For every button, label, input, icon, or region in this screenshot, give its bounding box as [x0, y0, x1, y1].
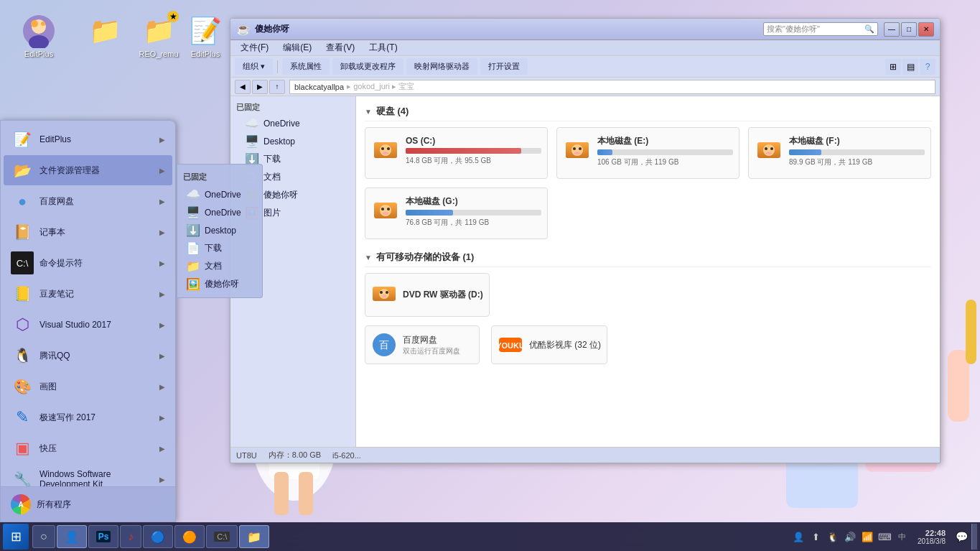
desktop: EditPlus 📁 📁 ★ REO_remu 📝 EditPlus 📝 Edi… — [0, 0, 980, 551]
start-menu-item-file-explorer[interactable]: 📂 文件资源管理器 ▶ — [4, 155, 172, 185]
start-menu-item-qq[interactable]: 🐧 腾讯QQ ▶ — [4, 341, 172, 371]
menu-view[interactable]: 查看(V) — [320, 40, 360, 55]
taskbar-task-music[interactable]: ♪ — [120, 525, 141, 548]
toolbar-props[interactable]: 系统属性 — [282, 58, 330, 75]
drive-g-name: 本地磁盘 (G:) — [406, 195, 541, 208]
start-menu-item-editplus-label: EditPlus — [39, 134, 159, 144]
start-menu-item-doumai[interactable]: 📒 豆麦笔记 ▶ — [4, 279, 172, 309]
tray-person-icon[interactable]: 👤 — [791, 529, 806, 544]
start-menu-item-vs[interactable]: ⬡ Visual Studio 2017 ▶ — [4, 310, 172, 340]
desktop-icon-folder1[interactable]: 📁 — [79, 11, 131, 52]
drive-c-name: OS (C:) — [406, 136, 541, 146]
start-menu-item-file-explorer-label: 文件资源管理器 — [39, 165, 159, 177]
taskbar-app1-icon: 🔵 — [151, 530, 165, 544]
taskbar-task-avatar[interactable]: 👤 — [57, 525, 87, 548]
toolbar-mapnet[interactable]: 映射网络驱动器 — [406, 58, 477, 75]
help-icon[interactable]: ? — [920, 59, 935, 75]
pinned-shata[interactable]: 📁 文档 — [177, 257, 262, 275]
taskbar: ⊞ ○ 👤 Ps ♪ 🔵 🟠 C:\ 📁 👤 — [0, 522, 980, 551]
folder1-icon: 📁 — [88, 14, 122, 48]
start-button[interactable]: ⊞ — [3, 524, 29, 550]
start-menu-list: 📝 EditPlus ▶ 📂 文件资源管理器 ▶ ● 百度网盘 ▶ 📔 记事本 … — [1, 121, 175, 486]
pinned-pics-label: 傻她你呀 — [205, 278, 239, 290]
drive-c-bar-fill — [406, 148, 521, 154]
start-menu-item-kuaizip[interactable]: ▣ 快压 ▶ — [4, 433, 172, 463]
pinned-docs[interactable]: 📄 下载 — [177, 239, 262, 257]
tray-up-icon[interactable]: ⬆ — [808, 529, 823, 544]
pinned-onedrive[interactable]: ☁️ OneDrive — [177, 185, 262, 203]
address-path[interactable]: blackcatyallpa ▸ gokod_juri ▸ 宝宝 — [289, 80, 935, 94]
drive-e-top: 本地磁盘 (E:) 106 GB 可用，共 119 GB — [563, 134, 733, 168]
tray-network-icon[interactable]: 📶 — [860, 529, 874, 544]
removable-collapse-icon[interactable]: ▼ — [365, 254, 372, 261]
menu-tools[interactable]: 工具(T) — [363, 40, 403, 55]
all-programs-button[interactable]: A 所有程序 — [5, 491, 77, 517]
sidebar-item-desktop[interactable]: 🖥️ Desktop — [236, 132, 350, 150]
pinned-pics[interactable]: 🖼️ 傻她你呀 — [177, 275, 262, 293]
start-menu-item-notepad[interactable]: 📔 记事本 ▶ — [4, 217, 172, 247]
minimize-button[interactable]: — — [884, 22, 900, 37]
view-icon-1[interactable]: ⊞ — [885, 59, 901, 75]
tray-volume-icon[interactable]: 🔊 — [843, 529, 857, 544]
tray-penguin-icon[interactable]: 🐧 — [826, 529, 840, 544]
taskbar-search[interactable]: ○ — [32, 525, 55, 548]
youku-item[interactable]: YOUKU 优酷影视库 (32 位) — [491, 325, 607, 364]
menu-file[interactable]: 文件(F) — [235, 40, 274, 55]
start-menu-item-editplus[interactable]: 📝 EditPlus ▶ — [4, 124, 172, 154]
drive-item-g[interactable]: 本地磁盘 (G:) 76.8 GB 可用，共 119 GB — [365, 187, 548, 239]
nav-back[interactable]: ◀ — [235, 80, 251, 94]
taskbar-search-icon: ○ — [40, 530, 47, 543]
start-menu-item-doumai-label: 豆麦笔记 — [39, 288, 159, 300]
pinned-download[interactable]: ⬇️ Desktop — [177, 221, 262, 239]
start-menu-item-winsdk[interactable]: 🔧 Windows Software Development Kit ▶ — [4, 464, 172, 486]
start-menu-item-jisu[interactable]: ✎ 极速写作 2017 ▶ — [4, 402, 172, 432]
nav-up[interactable]: ↑ — [269, 80, 285, 94]
drive-f-top: 本地磁盘 (F:) 89.9 GB 可用，共 119 GB — [755, 134, 925, 168]
taskbar-task-ps[interactable]: Ps — [88, 525, 119, 548]
tray-keyboard-icon[interactable]: ⌨ — [877, 529, 892, 544]
kuaizip-arrow: ▶ — [159, 445, 165, 453]
show-desktop-button[interactable] — [971, 524, 977, 550]
notification-icon[interactable]: 💬 — [954, 529, 969, 544]
drive-c-free: 14.8 GB 可用，共 95.5 GB — [406, 156, 541, 166]
desktop-icon-editplus-desk[interactable]: 📝 EditPlus — [179, 11, 231, 61]
view-icon-2[interactable]: ▤ — [902, 59, 918, 75]
pinned-desktop[interactable]: 🖥️ OneDrive — [177, 203, 262, 221]
dvd-info: DVD RW 驱动器 (D:) — [403, 289, 483, 301]
toolbar-uninstall[interactable]: 卸载或更改程序 — [332, 58, 403, 75]
maximize-button[interactable]: □ — [901, 22, 917, 37]
toolbar-openset[interactable]: 打开设置 — [480, 58, 528, 75]
desktop-icon-avatar[interactable]: EditPlus — [13, 11, 65, 61]
close-button[interactable]: ✕ — [918, 22, 934, 37]
nav-forward[interactable]: ▶ — [252, 80, 268, 94]
titlebar-search-box[interactable]: 搜索"傻她你呀" 🔍 — [763, 22, 878, 36]
explorer-body: 已固定 ☁️ OneDrive 🖥️ Desktop ⬇️ 下载 📄 — [230, 96, 940, 447]
sidebar-onedrive-label: OneDrive — [263, 119, 300, 129]
drive-f-bar — [789, 149, 925, 155]
taskbar-task-folder[interactable]: 📁 — [239, 525, 269, 548]
desktop-icon-folder2[interactable]: 📁 ★ REO_remu — [133, 11, 185, 61]
drive-item-c[interactable]: OS (C:) 14.8 GB 可用，共 95.5 GB — [365, 127, 548, 179]
baidu-cloud-item[interactable]: 百 百度网盘 双击运行百度网盘 — [365, 325, 480, 364]
menu-edit[interactable]: 编辑(E) — [277, 40, 317, 55]
taskbar-task-app2[interactable]: 🟠 — [174, 525, 205, 548]
other-items: 百 百度网盘 双击运行百度网盘 — [365, 325, 931, 364]
desktop-icon-editplus-desk-label: EditPlus — [191, 50, 220, 58]
tray-ime-icon[interactable]: 中 — [895, 529, 909, 544]
clock[interactable]: 22:48 2018/3/8 — [912, 529, 951, 545]
drive-g-bar-fill — [406, 210, 453, 216]
dvd-drive-item[interactable]: DVD RW 驱动器 (D:) — [365, 273, 490, 317]
drive-item-f[interactable]: 本地磁盘 (F:) 89.9 GB 可用，共 119 GB — [748, 127, 931, 179]
start-menu-item-cmd[interactable]: C:\ 命令提示符 ▶ — [4, 248, 172, 278]
sidebar-item-onedrive[interactable]: ☁️ OneDrive — [236, 114, 350, 132]
taskbar-task-app3[interactable]: C:\ — [206, 525, 238, 548]
cmd-arrow: ▶ — [159, 259, 165, 267]
drives-collapse-icon[interactable]: ▼ — [365, 108, 372, 116]
start-menu-item-baidu[interactable]: ● 百度网盘 ▶ — [4, 186, 172, 216]
start-menu: 📝 EditPlus ▶ 📂 文件资源管理器 ▶ ● 百度网盘 ▶ 📔 记事本 … — [0, 120, 176, 522]
toolbar-organize[interactable]: 组织 ▾ — [235, 58, 273, 75]
taskbar-task-app1[interactable]: 🔵 — [143, 525, 173, 548]
drive-item-e[interactable]: 本地磁盘 (E:) 106 GB 可用，共 119 GB — [556, 127, 739, 179]
start-menu-item-paint[interactable]: 🎨 画图 ▶ — [4, 371, 172, 402]
drive-f-icon — [755, 134, 783, 168]
